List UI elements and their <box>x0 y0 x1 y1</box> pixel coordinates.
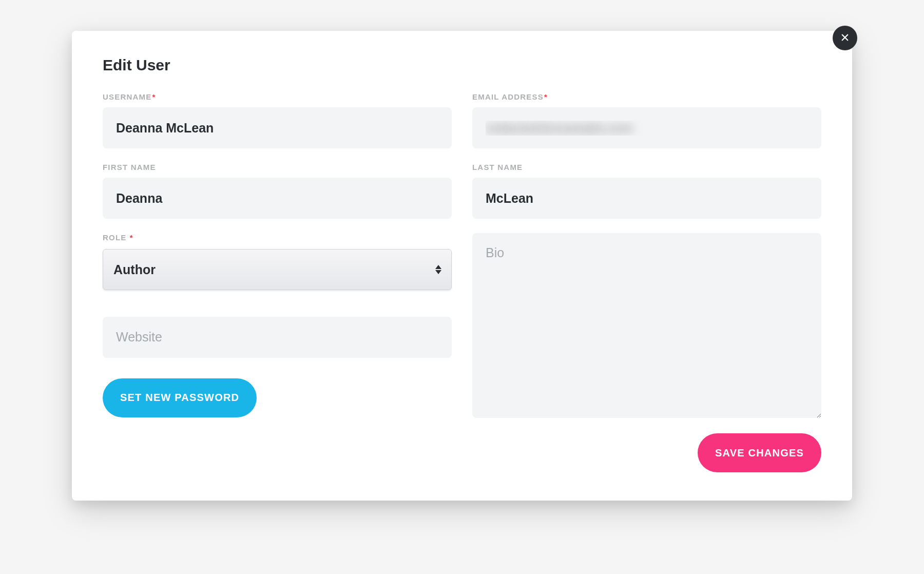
last-name-group: Last Name <box>472 163 821 219</box>
first-name-label: First Name <box>103 163 452 171</box>
bio-group <box>472 233 821 418</box>
edit-user-modal: Edit User Username* Email Address* Fir <box>72 31 852 501</box>
left-column-extra: Set New Password <box>103 305 452 418</box>
last-name-label: Last Name <box>472 163 821 171</box>
role-group: Role * Author <box>103 233 452 291</box>
email-label: Email Address* <box>472 92 821 101</box>
first-name-group: First Name <box>103 163 452 219</box>
role-label: Role * <box>103 233 452 242</box>
username-label-text: Username <box>103 92 151 101</box>
username-label: Username* <box>103 92 452 101</box>
first-name-input[interactable] <box>103 178 452 219</box>
role-label-text: Role <box>103 233 129 242</box>
email-group: Email Address* <box>472 92 821 148</box>
set-password-button[interactable]: Set New Password <box>103 378 257 417</box>
website-group <box>103 317 452 358</box>
close-icon <box>840 33 850 44</box>
required-mark: * <box>544 92 548 101</box>
email-label-text: Email Address <box>472 92 544 101</box>
email-input[interactable] <box>472 107 821 148</box>
website-input[interactable] <box>103 317 452 358</box>
modal-title: Edit User <box>103 56 821 74</box>
role-select-wrapper: Author <box>103 249 452 290</box>
bio-textarea[interactable] <box>472 233 821 418</box>
role-select[interactable]: Author <box>103 249 452 290</box>
required-mark: * <box>152 92 156 101</box>
save-changes-button[interactable]: Save Changes <box>698 433 821 472</box>
form-grid: Username* Email Address* First Name Last… <box>103 92 821 418</box>
modal-footer: Save Changes <box>103 433 821 472</box>
close-button[interactable] <box>833 26 857 50</box>
required-mark: * <box>130 233 133 242</box>
modal-content: Edit User Username* Email Address* Fir <box>72 31 852 501</box>
username-group: Username* <box>103 92 452 148</box>
last-name-input[interactable] <box>472 178 821 219</box>
username-input[interactable] <box>103 107 452 148</box>
